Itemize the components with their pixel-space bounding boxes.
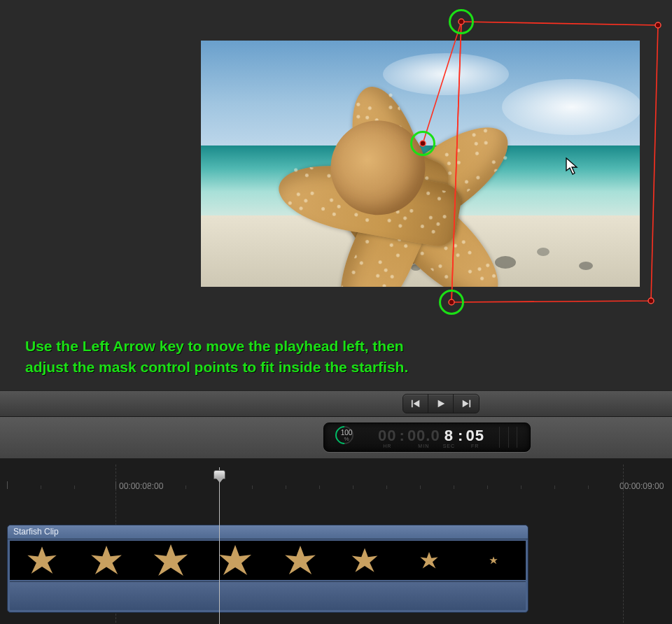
timeline-clip[interactable]: Starfish Clip	[7, 525, 528, 613]
playback-bar	[0, 390, 672, 417]
ruler-tick	[588, 485, 589, 489]
clip-thumbnail	[10, 541, 74, 580]
clip-title: Starfish Clip	[8, 525, 528, 539]
ruler-label-right: 00:00:09:00	[620, 481, 664, 491]
svg-rect-4	[469, 400, 470, 408]
playhead[interactable]	[219, 467, 220, 624]
prev-frame-button[interactable]	[403, 395, 428, 413]
clip-audio-lane	[10, 581, 526, 610]
ruler-tick	[286, 485, 286, 489]
instruction-text: Use the Left Arrow key to move the playh…	[25, 336, 408, 378]
timecode-meter-icon	[499, 427, 526, 448]
clip-thumbnail	[203, 541, 267, 580]
ruler-tick	[319, 485, 320, 489]
cursor-icon	[566, 157, 580, 176]
ruler-tick	[353, 485, 354, 489]
ruler-tick	[74, 485, 75, 489]
timeline-panel: 00:00:08:00 00:00:09:00 Starfish Clip	[0, 459, 672, 624]
timecode-bar: 100 % 00 HR : 00.0 MIN 8 SEC : 05 FR	[0, 417, 672, 459]
ruler-tick	[386, 485, 387, 489]
render-percent-gauge: 100 %	[330, 426, 363, 448]
ruler-tick	[521, 485, 522, 489]
timecode-display[interactable]: 100 % 00 HR : 00.0 MIN 8 SEC : 05 FR	[323, 423, 531, 452]
clip-thumbnail	[397, 541, 461, 580]
ruler-tick	[487, 485, 488, 489]
ruler-tick	[7, 481, 8, 489]
ruler-tick	[554, 485, 555, 489]
timeline-ruler[interactable]: 00:00:08:00 00:00:09:00	[0, 465, 672, 497]
play-button[interactable]	[428, 395, 454, 413]
timecode-sec: 8	[444, 427, 454, 445]
timecode-fr: 05	[465, 427, 484, 445]
timecode-min: 00.0	[407, 427, 440, 445]
clip-thumbnail	[332, 541, 397, 580]
ruler-tick	[252, 485, 253, 489]
ruler-tick	[186, 485, 186, 489]
playhead-handle[interactable]	[214, 470, 225, 479]
starfish-graphic	[201, 41, 573, 287]
clip-thumbnail	[74, 541, 139, 580]
ruler-tick	[150, 485, 151, 489]
ruler-tick	[623, 481, 624, 489]
ruler-tick	[41, 485, 41, 489]
playback-controls	[402, 394, 479, 413]
clip-thumbnails	[10, 541, 526, 580]
timecode-digits: 00 HR : 00.0 MIN 8 SEC : 05 FR	[363, 427, 499, 448]
next-frame-button[interactable]	[454, 395, 479, 413]
ruler-tick	[420, 485, 421, 489]
viewer-area: Use the Left Arrow key to move the playh…	[0, 0, 672, 392]
mask-control-point[interactable]	[648, 298, 654, 304]
clip-thumbnail	[268, 541, 332, 580]
clip-thumbnail	[461, 541, 526, 580]
instruction-line2: adjust the mask control points to fit in…	[25, 357, 408, 378]
mask-control-point[interactable]	[655, 22, 661, 28]
annotation-circle	[449, 9, 474, 34]
instruction-line1: Use the Left Arrow key to move the playh…	[25, 336, 408, 357]
ruler-label-left: 00:00:08:00	[119, 481, 163, 491]
annotation-circle	[439, 290, 464, 315]
ruler-tick	[454, 485, 454, 489]
svg-rect-3	[411, 400, 412, 408]
ruler-tick	[115, 481, 116, 489]
clip-thumbnail	[139, 541, 203, 580]
timecode-hr: 00	[378, 427, 396, 445]
annotation-circle	[410, 131, 435, 156]
